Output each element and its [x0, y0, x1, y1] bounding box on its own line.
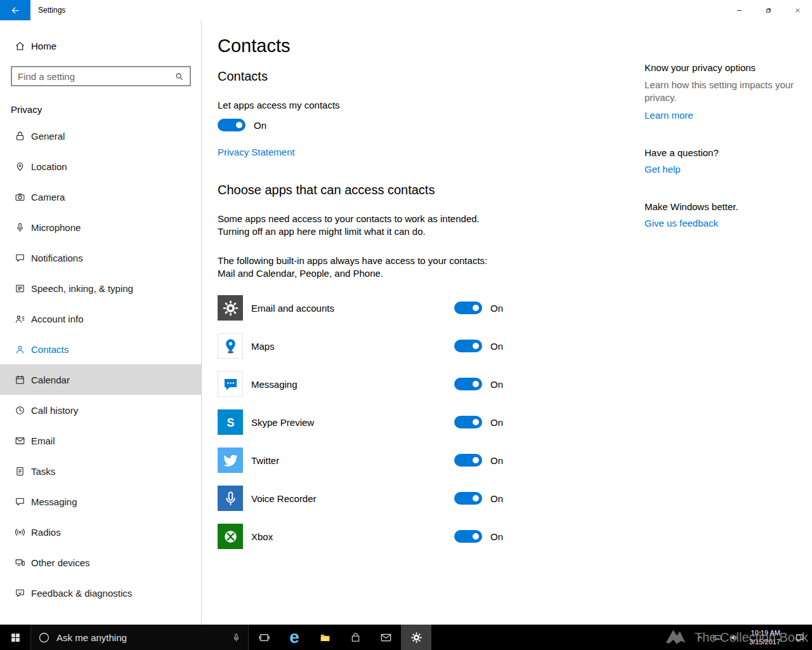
app-toggle-list: Email and accounts On Maps On Messaging …: [218, 295, 503, 549]
touch-keyboard-button[interactable]: [709, 625, 726, 650]
apps-description: Some apps need access to your contacts t…: [218, 213, 503, 238]
sidebar-item-radios[interactable]: Radios: [0, 517, 201, 547]
sidebar-item-call-history[interactable]: Call history: [0, 395, 201, 425]
app-name: Skype Preview: [251, 417, 314, 428]
tasks-clipboard-icon: [15, 466, 25, 477]
task-view-button[interactable]: [249, 625, 279, 650]
app-row-skype-preview: Skype Preview On: [218, 409, 503, 435]
cortana-search-box[interactable]: [30, 625, 249, 650]
messaging-toggle[interactable]: [454, 378, 482, 390]
task-view-icon: [258, 632, 270, 644]
calendar-icon: [15, 375, 25, 385]
microphone-icon: [15, 222, 25, 233]
sidebar-item-label: Notifications: [31, 253, 83, 263]
app-name: Email and accounts: [251, 303, 334, 314]
privacy-options-title: Know your privacy options: [645, 62, 800, 73]
sidebar-item-label: General: [31, 131, 65, 142]
watermark-logo-icon: [664, 628, 690, 647]
learn-more-link[interactable]: Learn more: [645, 110, 693, 121]
sidebar-item-speech-inking-typing[interactable]: Speech, inking, & typing: [0, 273, 201, 303]
sidebar-item-microphone[interactable]: Microphone: [0, 212, 201, 242]
choose-apps-heading: Choose apps that can access contacts: [218, 183, 503, 197]
sidebar-item-contacts[interactable]: Contacts: [0, 334, 201, 364]
toggle-state: On: [490, 303, 503, 314]
cortana-search-input[interactable]: [51, 632, 232, 643]
sidebar-item-label: Speech, inking, & typing: [31, 283, 133, 294]
sidebar-section-label: Privacy: [0, 104, 201, 115]
close-button[interactable]: [783, 0, 812, 20]
settings-taskbar-button[interactable]: [401, 625, 431, 650]
restore-button[interactable]: [754, 0, 783, 20]
privacy-statement-link[interactable]: Privacy Statement: [218, 147, 295, 157]
email-and-accounts-toggle[interactable]: [454, 302, 482, 314]
app-row-messaging: Messaging On: [218, 371, 503, 397]
action-center-icon: [794, 632, 805, 643]
edge-icon: e: [289, 628, 299, 646]
file-explorer-folder-icon: [319, 632, 331, 644]
voice-recorder-toggle[interactable]: [454, 492, 482, 505]
clock-date: 3/15/2017: [749, 637, 780, 646]
sidebar-item-label: Call history: [31, 405, 78, 416]
sidebar-item-messaging[interactable]: Messaging: [0, 486, 201, 517]
skype-preview-toggle[interactable]: [454, 416, 482, 428]
home-label: Home: [31, 41, 56, 51]
sidebar-item-email[interactable]: Email: [0, 425, 201, 456]
app-name: Maps: [251, 341, 275, 352]
taskbar-clock[interactable]: 10:19 AM 3/15/2017: [743, 628, 787, 646]
sidebar-item-feedback-diagnostics[interactable]: Feedback & diagnostics: [0, 578, 201, 608]
settings-search-box[interactable]: [11, 66, 191, 86]
sidebar-item-other-devices[interactable]: Other devices: [0, 547, 201, 578]
sidebar-item-label: Location: [31, 161, 67, 172]
maps-toggle[interactable]: [454, 340, 482, 352]
sidebar-item-tasks[interactable]: Tasks: [0, 456, 201, 486]
maps-pin-icon: [218, 333, 243, 359]
skype-icon: [218, 409, 243, 435]
messaging-bubble-icon: [15, 496, 25, 507]
show-hidden-icons-button[interactable]: [691, 625, 709, 650]
sidebar-item-home[interactable]: Home: [0, 30, 201, 61]
system-tray: 10:19 AM 3/15/2017: [691, 625, 812, 650]
builtin-apps-note-line1: The following built-in apps always have …: [218, 255, 503, 267]
file-explorer-taskbar-button[interactable]: [310, 625, 340, 650]
start-button[interactable]: [0, 625, 30, 650]
volume-button[interactable]: [726, 625, 743, 650]
search-icon: [174, 72, 184, 81]
action-center-button[interactable]: [787, 625, 812, 650]
sidebar-item-camera[interactable]: Camera: [0, 182, 201, 212]
home-icon: [15, 41, 25, 51]
app-row-twitter: Twitter On: [218, 448, 503, 473]
settings-search-input[interactable]: [12, 71, 174, 82]
contacts-settings-page: Contacts Contacts Let apps access my con…: [218, 20, 503, 562]
xbox-toggle[interactable]: [454, 530, 482, 543]
get-help-link[interactable]: Get help: [645, 164, 681, 175]
speaker-icon: [730, 633, 739, 642]
settings-sidebar: Home Privacy General Location Camera Mic…: [0, 20, 202, 625]
sidebar-item-general[interactable]: General: [0, 121, 201, 151]
apps-description-line2: Turning off an app here might limit what…: [218, 225, 503, 238]
toggle-state: On: [490, 531, 503, 542]
cortana-icon: [37, 631, 51, 644]
sidebar-item-label: Radios: [31, 527, 61, 538]
sidebar-item-notifications[interactable]: Notifications: [0, 242, 201, 273]
twitter-toggle[interactable]: [454, 454, 482, 467]
contacts-section-heading: Contacts: [218, 69, 503, 84]
contacts-access-toggle[interactable]: [218, 119, 246, 131]
toggle-state: On: [490, 379, 503, 390]
sidebar-item-account-info[interactable]: Account info: [0, 303, 201, 334]
sidebar-item-calendar[interactable]: Calendar: [0, 364, 201, 395]
back-button[interactable]: [0, 0, 30, 20]
xbox-icon: [218, 524, 243, 549]
sidebar-item-label: Contacts: [31, 344, 69, 355]
restore-icon: [765, 7, 772, 14]
close-icon: [794, 7, 801, 14]
have-a-question-title: Have a question?: [645, 147, 800, 158]
toggle-state: On: [490, 417, 503, 428]
store-taskbar-button[interactable]: [340, 625, 370, 650]
sidebar-item-location[interactable]: Location: [0, 151, 201, 182]
help-aside: Know your privacy options Learn how this…: [645, 20, 800, 229]
give-feedback-link[interactable]: Give us feedback: [645, 218, 718, 229]
mail-taskbar-button[interactable]: [370, 625, 401, 650]
app-row-maps: Maps On: [218, 333, 503, 359]
minimize-button[interactable]: [724, 0, 754, 20]
edge-taskbar-button[interactable]: e: [279, 625, 310, 650]
